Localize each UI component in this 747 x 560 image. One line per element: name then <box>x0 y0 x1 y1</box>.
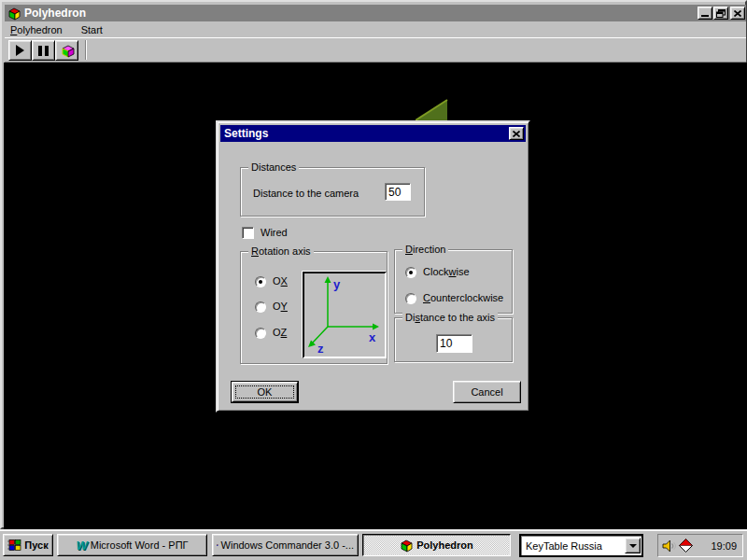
minimize-button[interactable] <box>698 7 712 20</box>
speaker-icon[interactable] <box>662 539 677 553</box>
close-button[interactable] <box>730 7 745 20</box>
restore-icon <box>716 9 726 18</box>
cube-button[interactable] <box>55 40 78 61</box>
radio-clockwise[interactable] <box>405 267 416 278</box>
chevron-down-icon <box>629 544 637 548</box>
task-button-polyhedron[interactable]: Polyhedron <box>362 534 511 556</box>
axis-diagram-panel: y x z <box>303 272 387 358</box>
axis-label-z: z <box>317 342 324 356</box>
layout-diamond-icon[interactable] <box>679 539 693 553</box>
radio-oz[interactable] <box>255 328 266 339</box>
dialog-title: Settings <box>224 127 268 140</box>
cancel-button[interactable]: Cancel <box>453 381 521 403</box>
task-button-word[interactable]: W Microsoft Word - РПГ <box>57 534 207 556</box>
word-icon: W <box>76 539 87 553</box>
floppy-icon <box>217 539 218 552</box>
combo-dropdown-button[interactable] <box>625 538 641 553</box>
radio-oz-label: OZ <box>273 327 287 338</box>
close-icon <box>513 131 520 137</box>
cube-icon <box>60 44 75 58</box>
window-titlebar[interactable]: Polyhedron <box>5 5 746 21</box>
counterclockwise-label: Counterclockwise <box>423 292 503 303</box>
task-label: Polyhedron <box>416 539 473 551</box>
camera-distance-input[interactable]: 50 <box>385 183 411 201</box>
axis-distance-input[interactable]: 10 <box>436 334 472 353</box>
distances-group-label: Distances <box>248 161 299 173</box>
menu-item-start[interactable]: Start <box>76 23 108 36</box>
task-label: Windows Commander 3.0 -... <box>221 539 354 551</box>
wired-checkbox[interactable] <box>242 227 254 239</box>
axis-label-x: x <box>369 330 376 344</box>
radio-oy[interactable] <box>255 301 266 313</box>
focus-rect <box>235 385 294 399</box>
radio-ox-label: OX <box>273 275 288 287</box>
taskbar: Пуск W Microsoft Word - РПГ Windows Comm… <box>0 529 747 560</box>
cancel-button-label: Cancel <box>471 386 502 398</box>
rotation-axis-group-label: Rotation axis <box>248 245 314 257</box>
task-label: Microsoft Word - РПГ <box>91 539 189 551</box>
pause-icon <box>38 46 49 56</box>
radio-oy-label: OY <box>273 301 288 312</box>
polyhedron-face-fragment <box>416 98 449 121</box>
radio-dot <box>409 271 413 274</box>
play-button[interactable] <box>8 40 32 61</box>
radio-dot <box>259 280 262 284</box>
dialog-close-button[interactable] <box>509 127 524 140</box>
windows-flag-icon <box>7 539 21 552</box>
axis-distance-group: Distance to the axis 10 <box>394 317 513 362</box>
ok-button[interactable]: OK <box>231 381 299 403</box>
keyboard-layout-combo[interactable]: KeyTable Russia <box>520 535 642 556</box>
radio-counterclockwise[interactable] <box>405 293 416 304</box>
window-title: Polyhedron <box>24 7 86 20</box>
distances-group: Distances Distance to the camera 50 <box>240 167 425 217</box>
rotation-axis-group: Rotation axis OX OY OZ y x z <box>240 251 388 364</box>
menu-item-polyhedron[interactable]: Polyhedron <box>5 23 68 36</box>
clock: 19:09 <box>711 540 739 552</box>
settings-dialog: Settings Distances Distance to the camer… <box>216 120 530 413</box>
axis-label-y: y <box>333 277 341 291</box>
pause-button[interactable] <box>32 40 55 61</box>
direction-group-label: Direction <box>402 244 448 255</box>
app-cube-icon <box>7 7 21 21</box>
task-button-windows-commander[interactable]: Windows Commander 3.0 -... <box>212 534 359 556</box>
clockwise-label: Clockwise <box>423 266 470 277</box>
system-tray: 19:09 <box>657 534 743 557</box>
minimize-icon <box>701 15 709 17</box>
start-button[interactable]: Пуск <box>3 534 53 556</box>
toolbar-separator <box>85 40 87 60</box>
camera-distance-label: Distance to the camera <box>253 188 359 199</box>
toolbar <box>5 37 746 63</box>
cube-icon <box>400 539 414 553</box>
dialog-titlebar[interactable]: Settings <box>220 125 526 142</box>
play-icon <box>16 45 24 56</box>
menu-bar: Polyhedron Start <box>5 21 746 37</box>
direction-group: Direction Clockwise Counterclockwise <box>394 249 513 314</box>
wired-label: Wired <box>261 227 288 238</box>
restore-button[interactable] <box>713 7 728 20</box>
axis-distance-group-label: Distance to the axis <box>402 312 498 323</box>
start-button-label: Пуск <box>24 539 48 551</box>
axis-diagram: y x z <box>304 273 385 357</box>
screen: Polyhedron Polyhedron St <box>0 0 747 560</box>
combo-value: KeyTable Russia <box>526 540 625 552</box>
radio-ox[interactable] <box>255 276 266 287</box>
close-icon <box>734 10 741 17</box>
